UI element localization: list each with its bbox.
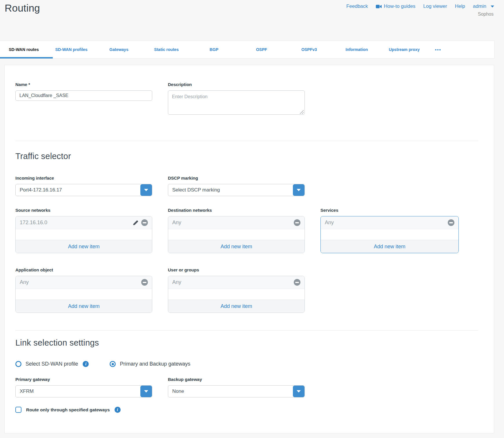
log-viewer-link[interactable]: Log viewer — [423, 3, 447, 9]
source-networks-box: 172.16.16.0 Add new item — [15, 216, 152, 253]
add-new-item-button[interactable]: Add new item — [321, 240, 458, 253]
tab-gateways[interactable]: Gateways — [95, 41, 143, 58]
destination-networks-box: Any Add new item — [168, 216, 305, 253]
more-tabs-button[interactable]: ••• — [428, 41, 448, 58]
name-input[interactable] — [15, 90, 152, 101]
list-item: Any — [321, 216, 458, 229]
chevron-down-icon[interactable] — [140, 184, 152, 196]
list-item: Any — [16, 276, 152, 289]
remove-icon[interactable] — [141, 279, 148, 286]
dscp-marking-select[interactable]: Select DSCP marking — [168, 184, 305, 196]
traffic-selector-heading: Traffic selector — [15, 152, 478, 161]
incoming-interface-label: Incoming interface — [15, 176, 152, 180]
header-nav: Feedback How-to guides Log viewer Help a… — [346, 3, 494, 9]
backup-gateway-select[interactable]: None — [168, 385, 305, 397]
link-selection-radio-group: Select SD-WAN profile Primary and Backup… — [15, 361, 478, 367]
info-icon[interactable] — [115, 407, 121, 413]
application-object-box: Any Add new item — [15, 276, 152, 313]
primary-gateway-group: Primary gateway XFRM — [15, 377, 152, 397]
link-selection-heading: Link selection settings — [15, 338, 478, 348]
user-menu[interactable]: admin — [473, 3, 494, 9]
incoming-interface-select[interactable]: Port4-172.16.16.17 — [15, 184, 152, 196]
info-icon[interactable] — [83, 361, 89, 367]
tab-ospfv3[interactable]: OSPFv3 — [285, 41, 333, 58]
backup-gateway-label: Backup gateway — [168, 377, 305, 382]
tab-sdwan-routes[interactable]: SD-WAN routes — [0, 41, 48, 58]
name-label: Name * — [15, 82, 152, 87]
tab-upstream-proxy[interactable]: Upstream proxy — [380, 41, 428, 58]
user-or-groups-group: User or groups Any Add new item — [168, 267, 305, 313]
primary-gateway-label: Primary gateway — [15, 377, 152, 382]
content-card: Name * Description Traffic selector Inco… — [4, 65, 494, 433]
remove-icon[interactable] — [294, 219, 300, 226]
divider — [15, 141, 478, 141]
chevron-down-icon — [491, 6, 494, 8]
remove-icon[interactable] — [141, 219, 148, 226]
description-field-group: Description — [168, 82, 305, 116]
list-item: Any — [168, 276, 304, 289]
remove-icon[interactable] — [294, 279, 300, 286]
services-label: Services — [320, 208, 457, 213]
route-only-checkbox[interactable] — [15, 407, 21, 413]
services-box: Any Add new item — [320, 216, 459, 253]
tab-static-routes[interactable]: Static routes — [143, 41, 190, 58]
user-or-groups-box: Any Add new item — [168, 276, 305, 313]
feedback-link[interactable]: Feedback — [346, 3, 368, 9]
tab-bar: SD-WAN routes SD-WAN profiles Gateways S… — [0, 41, 494, 59]
tab-bgp[interactable]: BGP — [190, 41, 238, 58]
source-networks-label: Source networks — [15, 208, 152, 213]
incoming-interface-group: Incoming interface Port4-172.16.16.17 — [15, 176, 152, 196]
edit-icon[interactable] — [132, 220, 139, 226]
chevron-down-icon[interactable] — [293, 184, 304, 196]
description-textarea[interactable] — [168, 90, 305, 115]
video-camera-icon — [376, 5, 382, 8]
radio-primary-backup-gateways[interactable]: Primary and Backup gateways — [110, 361, 190, 367]
brand-label: Sophos — [478, 12, 494, 17]
route-only-label: Route only through specified gateways — [26, 407, 110, 413]
list-item: Any — [168, 216, 304, 229]
source-networks-group: Source networks 172.16.16.0 Add new item — [15, 208, 152, 253]
tab-information[interactable]: Information — [333, 41, 380, 58]
application-object-label: Application object — [15, 267, 152, 272]
add-new-item-button[interactable]: Add new item — [168, 240, 304, 253]
name-field-group: Name * — [15, 82, 152, 116]
divider — [15, 330, 478, 331]
description-label: Description — [168, 82, 305, 87]
dscp-marking-group: DSCP marking Select DSCP marking — [168, 176, 305, 196]
services-group: Services Any Add new item — [320, 208, 457, 253]
destination-networks-label: Destination networks — [168, 208, 305, 213]
add-new-item-button[interactable]: Add new item — [16, 240, 152, 253]
remove-icon[interactable] — [448, 219, 454, 226]
radio-icon[interactable] — [110, 361, 116, 367]
dscp-marking-label: DSCP marking — [168, 176, 305, 180]
help-link[interactable]: Help — [455, 3, 465, 9]
destination-networks-group: Destination networks Any Add new item — [168, 208, 305, 253]
page-header: Routing Feedback How-to guides Log viewe… — [0, 0, 504, 41]
list-item: 172.16.16.0 — [16, 216, 152, 229]
tab-ospf[interactable]: OSPF — [238, 41, 285, 58]
primary-gateway-select[interactable]: XFRM — [15, 385, 152, 397]
page-title: Routing — [5, 2, 40, 14]
radio-icon[interactable] — [15, 361, 21, 367]
add-new-item-button[interactable]: Add new item — [168, 300, 304, 313]
application-object-group: Application object Any Add new item — [15, 267, 152, 313]
chevron-down-icon[interactable] — [293, 386, 304, 397]
howto-guides-link[interactable]: How-to guides — [376, 3, 416, 9]
chevron-down-icon[interactable] — [140, 386, 152, 397]
user-or-groups-label: User or groups — [168, 267, 305, 272]
route-only-row: Route only through specified gateways — [15, 407, 478, 413]
add-new-item-button[interactable]: Add new item — [16, 300, 152, 313]
backup-gateway-group: Backup gateway None — [168, 377, 305, 397]
tab-sdwan-profiles[interactable]: SD-WAN profiles — [48, 41, 95, 58]
radio-select-sdwan-profile[interactable]: Select SD-WAN profile — [15, 361, 78, 367]
